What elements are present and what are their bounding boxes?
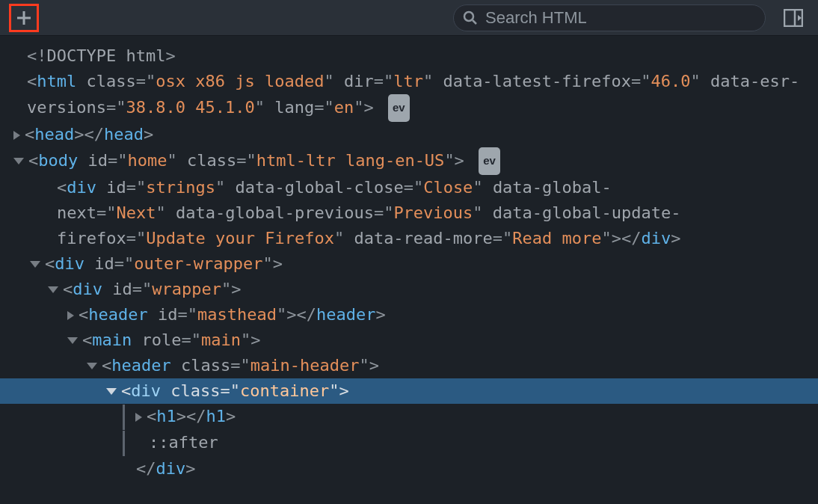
body-node[interactable]: <body id="home" class="html-ltr lang-en-… xyxy=(12,147,818,175)
search-input[interactable] xyxy=(485,8,754,28)
collapse-icon[interactable] xyxy=(67,337,78,344)
collapse-icon[interactable] xyxy=(87,363,97,369)
collapse-icon[interactable] xyxy=(106,388,117,395)
html-node[interactable]: <html class="osx x86 js loaded" dir="ltr… xyxy=(12,69,818,122)
expand-icon[interactable] xyxy=(135,413,142,422)
main-node[interactable]: <main role="main"> xyxy=(12,328,818,353)
pseudo-after-node[interactable]: ::after xyxy=(12,430,818,456)
collapse-icon[interactable] xyxy=(48,286,58,293)
inspector-toolbar xyxy=(0,0,818,36)
wrapper-node[interactable]: <div id="wrapper"> xyxy=(12,277,818,302)
event-badge[interactable]: ev xyxy=(388,94,410,122)
svg-line-3 xyxy=(473,20,476,24)
outer-wrapper-node[interactable]: <div id="outer-wrapper"> xyxy=(12,251,818,277)
head-node[interactable]: <head></head> xyxy=(12,122,818,147)
masthead-node[interactable]: <header id="masthead"></header> xyxy=(12,302,818,328)
doctype-node[interactable]: <!DOCTYPE html> xyxy=(12,43,818,69)
expand-icon[interactable] xyxy=(67,311,74,320)
search-box[interactable] xyxy=(453,4,766,31)
expand-icon[interactable] xyxy=(13,131,20,140)
svg-point-2 xyxy=(464,12,473,21)
collapse-icon[interactable] xyxy=(30,261,40,268)
add-element-button[interactable] xyxy=(9,4,39,32)
main-header-node[interactable]: <header class="main-header"> xyxy=(12,353,818,378)
h1-node[interactable]: <h1></h1> xyxy=(12,404,818,430)
svg-marker-6 xyxy=(798,15,802,21)
toggle-panel-button[interactable] xyxy=(779,4,808,31)
container-close-node[interactable]: </div> xyxy=(12,456,818,482)
strings-node[interactable]: <div id="strings" data-global-close="Clo… xyxy=(12,175,818,251)
collapse-icon[interactable] xyxy=(13,158,24,165)
search-icon xyxy=(463,10,478,25)
container-node-selected[interactable]: <div class="container"> xyxy=(0,378,818,404)
event-badge[interactable]: ev xyxy=(479,147,500,175)
dom-tree[interactable]: <!DOCTYPE html> <html class="osx x86 js … xyxy=(0,36,818,482)
